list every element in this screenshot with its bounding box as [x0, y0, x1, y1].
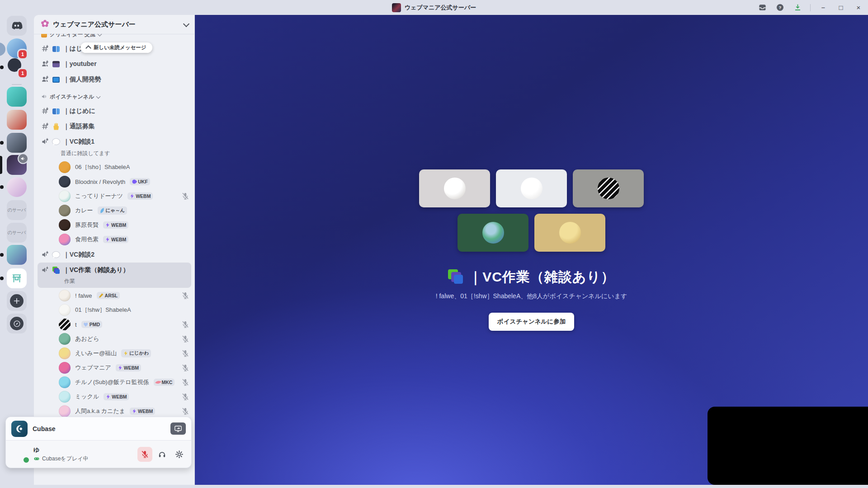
close-button[interactable]: ×: [854, 3, 863, 13]
channel-name: ｜はじめに: [63, 107, 95, 115]
member-tag-badge: MKC: [154, 379, 175, 386]
participant-tile[interactable]: [419, 169, 490, 207]
member-name: 06［!sho］ShabeleA: [75, 163, 130, 171]
channel-row[interactable]: ｜VC雑談1: [38, 134, 191, 149]
mic-muted-button[interactable]: [137, 447, 152, 462]
channel-row[interactable]: ｜VC雑談2: [38, 247, 191, 262]
unread-dot: [0, 253, 4, 257]
add-server-button[interactable]: [7, 291, 27, 311]
channel-category[interactable]: ボイスチャンネル: [34, 87, 195, 103]
voice-member-row[interactable]: 01［!shw］ShabeleA: [34, 303, 195, 317]
server-icon[interactable]: [7, 268, 27, 288]
channel-row[interactable]: ｜個人開発勢: [38, 72, 191, 87]
dm-avatar[interactable]: 1: [7, 57, 27, 77]
gamepad-icon: [33, 455, 40, 462]
chevron-down-icon: [97, 34, 102, 36]
channel-category[interactable]: クリエイター 交流: [34, 34, 195, 41]
voice-member-row[interactable]: Bloodnix / RevolythUKF: [34, 174, 195, 189]
member-avatar: [59, 333, 71, 345]
update-download-icon[interactable]: [793, 3, 802, 13]
member-tag-badge: WEBM: [116, 364, 141, 371]
channel-status: 作業: [38, 277, 191, 288]
unread-banner[interactable]: 新しい未読メッセージ: [80, 42, 152, 53]
user-panel-buttons: [137, 447, 187, 462]
user-area-card: Cubase ゆ Cubaseをプレイ中: [5, 417, 192, 468]
channel-row[interactable]: ｜youtuber: [38, 56, 191, 71]
server-icon[interactable]: [7, 110, 27, 130]
voice-member-row[interactable]: えいみー@福山にじかわ: [34, 346, 195, 361]
participant-tile[interactable]: [573, 169, 644, 207]
member-avatar: [59, 347, 71, 359]
voice-channel-title-text: ｜VC作業（雑談あり）: [469, 268, 615, 286]
dm-avatar[interactable]: 1: [7, 38, 27, 58]
voice-member-row[interactable]: ミックルWEBM: [34, 389, 195, 404]
channel-row[interactable]: ｜はじめに: [38, 103, 191, 118]
server-folder-label[interactable]: のサーバ: [7, 200, 27, 220]
muted-mic-icon: [181, 291, 189, 300]
member-avatar: [59, 362, 71, 374]
voice-member-row[interactable]: ウェブマニアWEBM: [34, 361, 195, 375]
deafen-button[interactable]: [155, 447, 170, 462]
chevron-up-icon: [85, 45, 91, 51]
member-name: カレー: [75, 206, 93, 215]
voice-member-row[interactable]: こってりドーナツWEBM: [34, 189, 195, 203]
guild-name: ウェブマニア公式サーバー: [53, 20, 136, 29]
channel-block: ｜youtuber: [34, 56, 195, 71]
participant-tile-row: [458, 214, 605, 252]
voice-member-row[interactable]: あおどら: [34, 332, 195, 346]
voice-member-row[interactable]: ! falweARSL: [34, 288, 195, 303]
participant-tile[interactable]: [458, 214, 528, 252]
server-icon[interactable]: [7, 87, 27, 107]
server-folder-label[interactable]: のサーバ: [7, 223, 27, 243]
channel-status: 普通に雑談してます: [34, 150, 195, 160]
server-icon[interactable]: [7, 155, 27, 175]
hand-emoji-icon: [52, 123, 60, 130]
voice-member-row[interactable]: 食用色素WEBM: [34, 232, 195, 247]
activity-row: Cubase: [6, 417, 191, 441]
member-avatar: [59, 205, 71, 216]
discord-home-button[interactable]: [7, 16, 27, 36]
channel-block: ｜はじめに: [34, 103, 195, 118]
member-name: ミックル: [75, 393, 99, 401]
explore-servers-button[interactable]: [7, 314, 27, 333]
voice-member-row[interactable]: 06［!sho］ShabeleA: [34, 160, 195, 174]
username: ゆ: [33, 446, 89, 454]
help-icon[interactable]: ?: [775, 3, 785, 13]
channel-name: ｜個人開発勢: [63, 75, 101, 84]
voice-member-row[interactable]: カレーにゃ～ん: [34, 203, 195, 218]
join-voice-button[interactable]: ボイスチャンネルに参加: [489, 313, 574, 331]
participant-avatar: [482, 222, 504, 244]
server-icon[interactable]: [7, 133, 27, 153]
unread-dot: [0, 277, 4, 280]
participant-avatar: [598, 178, 619, 199]
voice-member-row[interactable]: 豚原長賢WEBM: [34, 218, 195, 232]
server-favicon: [392, 3, 401, 12]
inbox-icon[interactable]: [757, 3, 767, 13]
participant-tile[interactable]: [534, 214, 605, 252]
channel-name: ｜通話募集: [63, 122, 95, 131]
settings-gear-button[interactable]: [172, 447, 187, 462]
member-tag-badge: ARSL: [97, 292, 120, 299]
voice-member-row[interactable]: tPMD: [34, 317, 195, 332]
guild-header[interactable]: ウェブマニア公式サーバー: [34, 15, 195, 34]
channel-row[interactable]: ｜通話募集: [38, 119, 191, 134]
minimize-button[interactable]: −: [818, 3, 828, 13]
member-name: ウェブマニア: [75, 364, 111, 372]
participant-tile[interactable]: [496, 169, 567, 207]
server-icon[interactable]: [7, 177, 27, 197]
server-icon[interactable]: [7, 245, 27, 265]
voice-active-icon: [18, 153, 28, 164]
pip-video-overlay[interactable]: [708, 407, 868, 485]
bottom-edge-strip: [0, 485, 868, 488]
unread-dot: [0, 66, 4, 69]
voice-member-row[interactable]: チルノ(Sub)@飯テロ監視係MKC: [34, 375, 195, 389]
hash-lock-icon: [41, 45, 49, 52]
maximize-button[interactable]: □: [836, 3, 846, 13]
guild-badge-icon: [41, 19, 49, 29]
book-emoji-icon: [52, 108, 60, 114]
hash-lock-icon: [41, 122, 49, 130]
user-avatar[interactable]: [11, 445, 29, 463]
channel-row[interactable]: ｜VC作業（雑談あり）: [38, 263, 191, 277]
channel-block: ｜個人開発勢: [34, 72, 195, 87]
stream-activity-button[interactable]: [170, 422, 186, 435]
